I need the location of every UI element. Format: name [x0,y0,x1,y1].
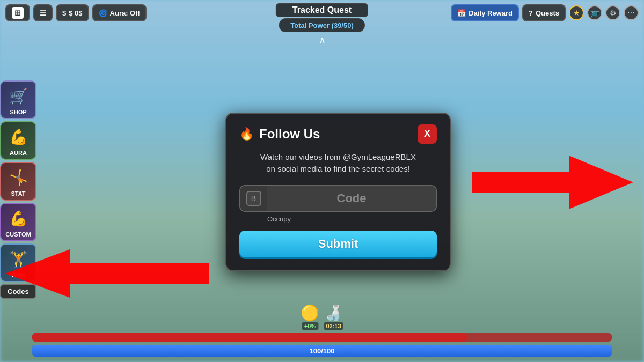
modal-title-row: 🔥 Follow Us [239,127,320,142]
modal-close-button[interactable]: X [418,124,437,144]
code-input-row: B [239,185,437,212]
code-icon-box: B [240,186,267,211]
right-red-arrow [472,156,633,209]
svg-marker-1 [5,249,209,298]
svg-marker-0 [472,156,633,209]
occupy-label: Occupy [267,215,437,223]
modal-description: Watch our videos from @GymLeagueRBLXon s… [239,151,437,175]
modal-header: 🔥 Follow Us X [239,124,437,144]
submit-button[interactable]: Submit [239,231,437,257]
code-key-icon: B [246,191,261,206]
left-red-arrow [5,249,209,298]
code-input[interactable] [267,186,436,211]
follow-us-modal: 🔥 Follow Us X Watch our videos from @Gym… [225,113,451,271]
flame-icon: 🔥 [239,127,254,141]
modal-title: Follow Us [259,127,320,142]
